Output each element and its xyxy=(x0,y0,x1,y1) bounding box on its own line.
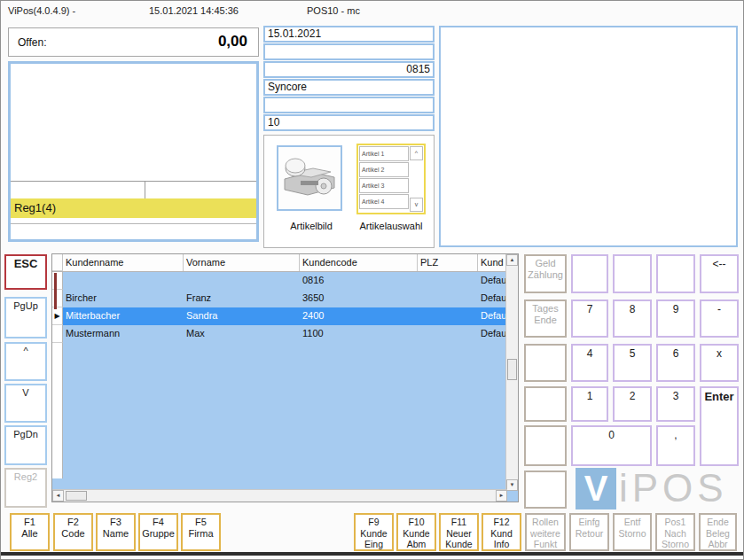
scroll-left-arrow[interactable]: ◄ xyxy=(52,490,64,502)
field-5[interactable] xyxy=(263,97,435,113)
artikelauswahl-list[interactable]: Artikel 1 Artikel 2 Artikel 3 Artikel 4 … xyxy=(356,144,426,214)
table-vscrollbar[interactable]: ▲ ▼ xyxy=(505,254,518,491)
artikel-item[interactable]: Artikel 1 xyxy=(359,146,409,161)
numpad-blank-key[interactable] xyxy=(571,254,608,293)
cell-vorname: Franz xyxy=(184,290,300,307)
function-button-empty[interactable] xyxy=(524,425,567,466)
artikel-scroll-column: ^ v xyxy=(410,146,423,212)
numpad-key-7[interactable]: 7 xyxy=(571,299,608,338)
pgdn-label: PgDn xyxy=(13,429,38,440)
cell-kundenname: Bircher xyxy=(63,290,184,307)
window-bottom-edge xyxy=(1,552,744,556)
table-row[interactable]: Mustermann Max 1100 Defau xyxy=(52,325,518,343)
header-kundencode[interactable]: Kundencode xyxy=(300,254,418,271)
numpad-key-9[interactable]: 9 xyxy=(656,299,695,338)
scroll-down-arrow[interactable]: ▼ xyxy=(506,479,518,491)
einfg-retour-button[interactable]: EinfgRetour xyxy=(569,513,609,551)
artikelbild-button[interactable] xyxy=(277,145,342,211)
f1-alle-button[interactable]: F1Alle xyxy=(10,513,50,551)
artikel-item[interactable]: Artikel 4 xyxy=(359,194,409,209)
akey-line1: Einfg xyxy=(579,517,600,528)
pgdn-button[interactable]: PgDn xyxy=(4,425,47,465)
vipos-window: ViPos(4.0.4.9) - 15.01.2021 14:45:36 POS… xyxy=(0,0,744,560)
artikel-scroll-up-button[interactable]: ^ xyxy=(410,146,423,160)
comma-key[interactable]: , xyxy=(656,425,695,466)
f10-kunde-abm-button[interactable]: F10KundeAbm xyxy=(396,513,436,551)
numpad-blank-key[interactable] xyxy=(613,254,652,293)
numpad-key-2[interactable]: 2 xyxy=(613,386,652,422)
key-label: 4 xyxy=(587,348,593,360)
numpad-key-6[interactable]: 6 xyxy=(656,344,695,382)
arrow-down-button[interactable]: V xyxy=(4,384,47,423)
operator-field[interactable]: Syncore xyxy=(263,79,435,96)
esc-button[interactable]: ESC xyxy=(4,254,47,290)
geld-zaehlung-button[interactable]: Geld Zählung xyxy=(524,254,567,293)
title-bar: ViPos(4.0.4.9) - 15.01.2021 14:45:36 POS… xyxy=(1,1,743,22)
reg2-button[interactable]: Reg2 xyxy=(4,468,47,508)
pos-number-field[interactable]: 10 xyxy=(263,114,435,131)
numpad-key-1[interactable]: 1 xyxy=(571,386,608,422)
key-label: - xyxy=(717,304,721,315)
f5-firma-button[interactable]: F5Firma xyxy=(181,513,221,551)
minus-key[interactable]: - xyxy=(700,299,739,338)
key-label: Enter xyxy=(704,391,733,402)
hscroll-thumb[interactable] xyxy=(66,491,87,501)
datetime-label: 15.01.2021 14:45:36 xyxy=(149,5,239,16)
vscroll-thumb[interactable] xyxy=(507,359,517,380)
backspace-key[interactable]: <-- xyxy=(700,254,739,293)
numpad-key-4[interactable]: 4 xyxy=(571,344,608,382)
numpad-key-5[interactable]: 5 xyxy=(613,344,652,382)
receipt-total-row xyxy=(11,181,256,198)
cell-kundenname xyxy=(63,272,184,290)
header-kundenname[interactable]: Kundenname xyxy=(63,254,184,271)
f4-gruppe-button[interactable]: F4Gruppe xyxy=(138,513,178,551)
akey-line1: Ende xyxy=(707,517,729,528)
pgup-button[interactable]: PgUp xyxy=(4,297,47,338)
table-row[interactable]: 0816 Defau xyxy=(52,272,518,290)
akey-line2: Storno xyxy=(619,528,646,540)
fkey-line2: Name xyxy=(103,528,129,540)
function-button-empty[interactable] xyxy=(524,386,567,422)
table-row-selected[interactable]: ▶ Mitterbacher Sandra 2400 Defau xyxy=(52,307,518,325)
date-field[interactable]: 15.01.2021 xyxy=(263,26,435,43)
f9-kunde-eing-button[interactable]: F9KundeEing xyxy=(354,513,394,551)
scroll-right-arrow[interactable]: ► xyxy=(496,490,507,502)
f2-code-button[interactable]: F2Code xyxy=(53,513,93,551)
register-tab-active[interactable]: Reg1(4) xyxy=(11,198,256,218)
receipt-number-field[interactable]: 0815 xyxy=(263,61,435,78)
akey-line2: Beleg xyxy=(706,528,730,540)
tages-ende-button[interactable]: Tages Ende xyxy=(524,299,567,338)
fkey-line3: Abm xyxy=(407,539,427,550)
table-row[interactable]: Bircher Franz 3650 Defau xyxy=(52,290,518,307)
f11-neuer-kunde-button[interactable]: F11NeuerKunde xyxy=(439,513,479,551)
cell-plz xyxy=(418,325,478,343)
pos1-nach-storno-button[interactable]: Pos1NachStorno xyxy=(655,513,695,551)
entf-storno-button[interactable]: EntfStorno xyxy=(613,513,652,551)
field-2[interactable] xyxy=(263,43,435,60)
scroll-up-arrow[interactable]: ▲ xyxy=(506,254,518,266)
artikel-item[interactable]: Artikel 2 xyxy=(359,162,409,177)
tages-line2: Ende xyxy=(534,315,557,326)
receipt-display-panel: Reg1(4) xyxy=(8,61,259,242)
customer-table[interactable]: Kundenname Vorname Kundencode PLZ Kund 0… xyxy=(51,253,519,502)
numpad-key-0[interactable]: 0 xyxy=(571,425,652,466)
numpad-key-3[interactable]: 3 xyxy=(656,386,695,422)
artikel-items: Artikel 1 Artikel 2 Artikel 3 Artikel 4 xyxy=(359,146,410,212)
ende-beleg-abbr-button[interactable]: EndeBelegAbbr xyxy=(699,513,737,551)
header-plz[interactable]: PLZ xyxy=(418,254,478,271)
f12-kund-info-button[interactable]: F12KundInfo xyxy=(482,513,521,551)
function-button-empty[interactable] xyxy=(524,344,567,382)
table-hscrollbar[interactable]: ◄ ► xyxy=(52,489,507,502)
function-button-empty[interactable] xyxy=(524,471,567,509)
header-vorname[interactable]: Vorname xyxy=(184,254,300,271)
fkey-line1: F1 xyxy=(24,517,35,528)
enter-key[interactable]: Enter xyxy=(700,386,739,466)
numpad-blank-key[interactable] xyxy=(656,254,695,293)
artikel-scroll-down-button[interactable]: v xyxy=(410,198,423,212)
artikel-item[interactable]: Artikel 3 xyxy=(359,178,409,193)
rollen-weitere-funkt-button[interactable]: RollenweitereFunkt xyxy=(525,513,566,551)
arrow-up-button[interactable]: ^ xyxy=(4,342,47,381)
numpad-key-8[interactable]: 8 xyxy=(613,299,652,338)
multiply-key[interactable]: x xyxy=(700,344,739,382)
f3-name-button[interactable]: F3Name xyxy=(96,513,136,551)
